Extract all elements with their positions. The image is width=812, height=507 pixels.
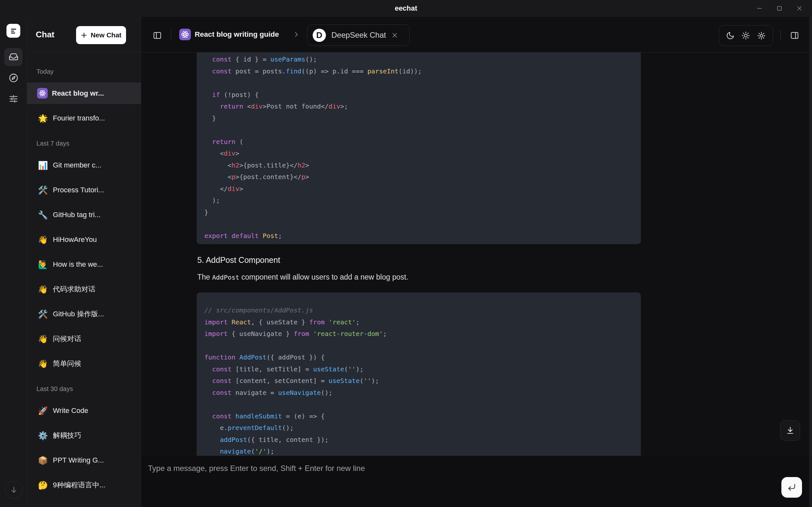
- message-input-placeholder: Type a message, press Enter to send, Shi…: [148, 464, 365, 473]
- discover-compass-icon[interactable]: [4, 69, 22, 87]
- chat-sidebar: Chat New Chat TodayReact blog wr...🌟Four…: [27, 17, 141, 507]
- code-line: return <div>Post not found</div>;: [204, 101, 633, 112]
- window-controls: [750, 0, 809, 17]
- chat-list-item[interactable]: 👋简单问候: [27, 353, 141, 374]
- plus-icon: [81, 32, 87, 39]
- chat-item-title: Process Tutori...: [53, 186, 104, 194]
- chat-item-title: Fourier transfo...: [53, 114, 105, 122]
- chat-item-title: PPT Writing G...: [53, 456, 104, 464]
- chat-item-title: Git member c...: [53, 161, 101, 169]
- chat-list-item[interactable]: 🛠️Process Tutori...: [27, 179, 141, 201]
- model-chip-close-icon[interactable]: [391, 32, 398, 39]
- code-pre-1: const { id } = useParams(); const post =…: [204, 53, 633, 241]
- scroll-to-bottom-button[interactable]: [780, 420, 800, 441]
- code-line: export default Post;: [204, 230, 633, 242]
- code-pre-2: // src/components/AddPost.jsimport React…: [204, 304, 633, 456]
- code-line: [204, 218, 633, 230]
- chat-list-item[interactable]: 📊Git member c...: [27, 154, 141, 176]
- message-input-area[interactable]: Type a message, press Enter to send, Shi…: [141, 456, 812, 507]
- code-line: // src/components/AddPost.js: [204, 304, 633, 316]
- dark-mode-moon-icon[interactable]: [726, 31, 734, 40]
- code-line: e.preventDefault();: [204, 422, 633, 434]
- app-window: eechat: [0, 0, 812, 507]
- chats-inbox-icon[interactable]: [4, 48, 22, 66]
- code-line: if (!post) {: [204, 89, 633, 101]
- chat-item-emoji-icon: 🙋‍♂️: [37, 259, 49, 270]
- main-panel: React blog writing guide D DeepSeek Chat: [141, 17, 812, 507]
- model-chip[interactable]: D DeepSeek Chat: [307, 24, 410, 46]
- breadcrumb-chat-title[interactable]: React blog writing guide: [195, 30, 279, 39]
- code-line: import React, { useState } from 'react';: [204, 316, 633, 328]
- chat-item-title: GitHub tag tri...: [53, 211, 101, 219]
- code-line: const [content, setContent] = useState('…: [204, 375, 633, 387]
- chat-item-title: 问候对话: [53, 334, 81, 344]
- chat-list: TodayReact blog wr...🌟Fourier transfo...…: [27, 53, 141, 507]
- chat-item-emoji-icon: 👋: [37, 234, 49, 245]
- model-chip-label: DeepSeek Chat: [332, 31, 386, 40]
- chat-item-title: React blog wr...: [52, 89, 104, 98]
- react-icon: [179, 29, 191, 40]
- light-mode-sun-icon[interactable]: [742, 31, 750, 40]
- chat-item-emoji-icon: 🛠️: [37, 308, 49, 320]
- code-block-2: // src/components/AddPost.jsimport React…: [197, 292, 641, 456]
- settings-gear-icon[interactable]: [757, 31, 766, 40]
- section-label: Last 30 days: [37, 385, 141, 393]
- sidebar-header: Chat New Chat: [27, 17, 141, 53]
- chat-item-title: 9种编程语言中...: [53, 480, 105, 490]
- settings-sliders-icon[interactable]: [4, 90, 22, 108]
- main-header: React blog writing guide D DeepSeek Chat: [141, 17, 812, 53]
- chat-list-item[interactable]: ⚙️解耦技巧: [27, 425, 141, 446]
- message-scroll-area[interactable]: const { id } = useParams(); const post =…: [141, 53, 812, 456]
- chat-list-item[interactable]: React blog wr...: [27, 82, 141, 104]
- chat-item-title: GitHub 操作版...: [53, 309, 104, 319]
- section-heading: 5. AddPost Component: [197, 256, 280, 265]
- chat-item-title: 解耦技巧: [53, 431, 81, 440]
- chat-list-item[interactable]: 👋代码求助对话: [27, 278, 141, 300]
- code-line: const [title, setTitle] = useState('');: [204, 363, 633, 375]
- code-line: <h2>{post.title}</h2>: [204, 160, 633, 171]
- body-paragraph: The AddPost component will allow users t…: [197, 273, 408, 282]
- app-logo[interactable]: [6, 24, 20, 38]
- maximize-button[interactable]: [769, 0, 790, 17]
- code-line: function AddPost({ addPost }) {: [204, 351, 633, 363]
- chat-item-emoji-icon: 🤔: [37, 479, 49, 491]
- chat-item-title: 代码求助对话: [53, 284, 95, 294]
- inline-code: AddPost: [212, 274, 239, 281]
- window-scrollbar[interactable]: [809, 17, 812, 507]
- chat-item-emoji-icon: 👋: [37, 333, 49, 345]
- code-line: navigate('/');: [204, 446, 633, 456]
- code-line: return (: [204, 136, 633, 148]
- new-chat-button[interactable]: New Chat: [76, 26, 126, 44]
- window-title: eechat: [395, 4, 417, 12]
- chat-item-emoji-icon: 👋: [37, 358, 49, 370]
- code-line: const { id } = useParams();: [204, 53, 633, 65]
- chat-list-item[interactable]: 🤔9种编程语言中...: [27, 474, 141, 496]
- chevron-right-icon: [293, 31, 300, 38]
- send-button[interactable]: [781, 477, 802, 498]
- toggle-sidebar-icon[interactable]: [153, 31, 162, 40]
- code-line: }: [204, 207, 633, 218]
- react-icon: [37, 88, 48, 99]
- code-line: </div>: [204, 183, 633, 195]
- chat-list-item[interactable]: 📦PPT Writing G...: [27, 449, 141, 471]
- chat-list-item[interactable]: 🔧GitHub tag tri...: [27, 204, 141, 225]
- code-line: import { useNavigate } from 'react-route…: [204, 328, 633, 340]
- chat-list-item[interactable]: 🛠️GitHub 操作版...: [27, 303, 141, 325]
- chat-list-item[interactable]: 🙋‍♂️How is the we...: [27, 253, 141, 275]
- minimize-button[interactable]: [750, 0, 769, 17]
- close-window-button[interactable]: [790, 0, 809, 17]
- chat-item-emoji-icon: 👋: [37, 283, 49, 295]
- theme-settings-group: [719, 25, 773, 46]
- chat-list-item[interactable]: 👋问候对话: [27, 328, 141, 349]
- chat-list-item[interactable]: 👋HiHowAreYou: [27, 229, 141, 250]
- chat-list-item[interactable]: 🌟Fourier transfo...: [27, 107, 141, 129]
- rail-scroll-down-button[interactable]: [5, 481, 22, 499]
- chat-list-item[interactable]: 🚀Write Code: [27, 400, 141, 421]
- code-line: <div>: [204, 148, 633, 160]
- code-line: }: [204, 112, 633, 124]
- code-block-1: const { id } = useParams(); const post =…: [197, 53, 641, 244]
- code-line: [204, 398, 633, 410]
- toggle-right-panel-icon[interactable]: [790, 31, 799, 40]
- chat-item-emoji-icon: ⚙️: [37, 430, 49, 441]
- chat-item-title: 简单问候: [53, 359, 81, 369]
